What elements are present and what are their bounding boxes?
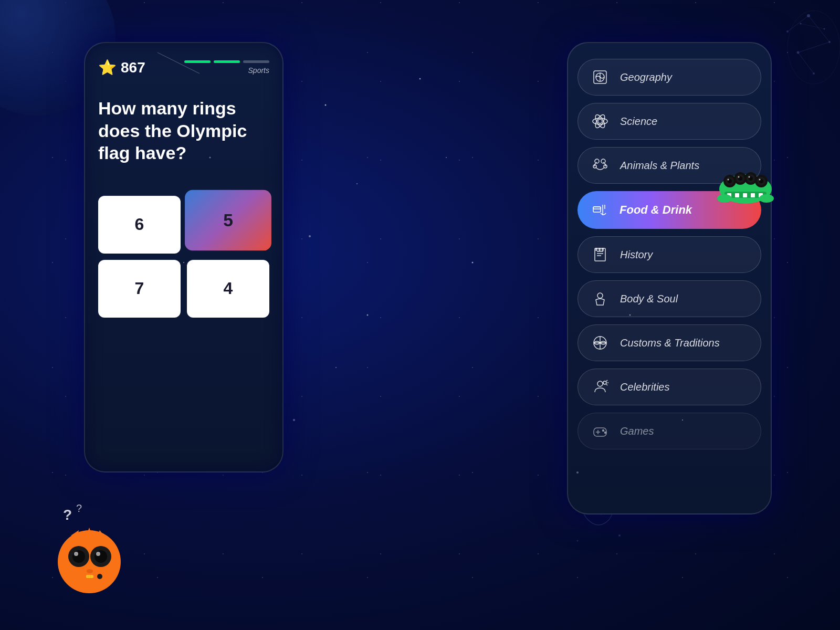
- progress-bar-3: [243, 60, 269, 63]
- sports-label: Sports: [248, 66, 269, 75]
- answer-5[interactable]: 5: [185, 190, 271, 250]
- svg-text:?: ?: [63, 507, 72, 523]
- progress-bars: [184, 60, 269, 63]
- svg-point-97: [96, 552, 100, 556]
- svg-line-7: [798, 52, 814, 74]
- body-label: Body & Soul: [620, 293, 678, 305]
- animals-icon: [590, 155, 611, 176]
- answer-4[interactable]: 4: [187, 260, 269, 318]
- right-phone: Geography Science Animals & Plants Food …: [567, 42, 772, 514]
- category-science[interactable]: Science: [578, 103, 761, 140]
- svg-point-55: [603, 430, 604, 432]
- phone-header: ⭐ 867 Sports: [98, 59, 269, 76]
- svg-rect-32: [593, 207, 601, 212]
- category-celebrities[interactable]: Celebrities: [578, 369, 761, 405]
- customs-label: Customs & Traditions: [620, 337, 720, 349]
- svg-point-17: [618, 534, 621, 537]
- score-container: ⭐ 867: [98, 59, 145, 76]
- category-history[interactable]: History: [578, 236, 761, 273]
- svg-point-69: [749, 176, 750, 178]
- category-games[interactable]: Games: [578, 413, 761, 449]
- progress-container: Sports: [184, 60, 269, 75]
- svg-point-96: [94, 550, 107, 563]
- games-icon: [590, 421, 611, 442]
- svg-point-81: [759, 194, 774, 203]
- svg-point-93: [72, 550, 85, 563]
- food-label: Food & Drink: [620, 203, 692, 217]
- celebrities-icon: [590, 376, 611, 397]
- svg-point-73: [759, 179, 761, 181]
- svg-point-65: [738, 176, 740, 178]
- svg-point-94: [74, 552, 78, 556]
- svg-line-49: [606, 380, 607, 381]
- food-icon: [589, 200, 610, 220]
- question-text: How many rings does the Olympic flag hav…: [98, 97, 269, 164]
- svg-point-61: [728, 179, 729, 181]
- svg-point-98: [87, 569, 93, 573]
- games-label: Games: [620, 425, 654, 437]
- svg-point-84: [58, 530, 121, 593]
- score-value: 867: [121, 59, 145, 76]
- body-icon: [590, 288, 611, 309]
- geography-label: Geography: [620, 71, 672, 83]
- answer-6[interactable]: 6: [98, 196, 181, 254]
- svg-rect-77: [743, 193, 747, 197]
- svg-point-80: [717, 194, 732, 203]
- celebrities-label: Celebrities: [620, 381, 669, 393]
- svg-point-43: [597, 293, 603, 298]
- svg-rect-78: [751, 193, 755, 197]
- left-phone: ⭐ 867 Sports How many rings does the Oly…: [84, 42, 284, 472]
- monster-character: [714, 163, 777, 205]
- history-label: History: [620, 249, 653, 261]
- svg-point-56: [605, 432, 606, 434]
- svg-line-51: [606, 384, 607, 385]
- svg-point-18: [577, 540, 579, 542]
- svg-line-6: [798, 42, 830, 52]
- category-list: Geography Science Animals & Plants Food …: [578, 54, 761, 449]
- customs-icon: [590, 332, 611, 353]
- answers-grid: 6 5 7 4: [98, 196, 269, 318]
- category-customs[interactable]: Customs & Traditions: [578, 324, 761, 361]
- svg-point-47: [597, 381, 603, 386]
- category-body[interactable]: Body & Soul: [578, 280, 761, 317]
- svg-text:?: ?: [76, 502, 82, 514]
- svg-rect-42: [602, 248, 603, 250]
- orange-character: ? ?: [32, 494, 136, 598]
- svg-rect-41: [599, 248, 600, 250]
- history-icon: [590, 244, 611, 265]
- svg-rect-76: [735, 193, 739, 197]
- svg-point-24: [598, 119, 602, 123]
- science-label: Science: [620, 116, 657, 128]
- svg-line-5: [808, 16, 830, 42]
- svg-rect-40: [596, 248, 597, 250]
- geography-icon: [590, 67, 611, 88]
- svg-rect-100: [86, 575, 93, 578]
- category-geography[interactable]: Geography: [578, 59, 761, 96]
- science-icon: [590, 111, 611, 132]
- svg-rect-33: [593, 207, 601, 209]
- star-icon: ⭐: [98, 59, 117, 76]
- progress-bar-2: [214, 60, 240, 63]
- svg-point-48: [603, 381, 606, 384]
- progress-bar-1: [184, 60, 211, 63]
- answer-7[interactable]: 7: [98, 260, 181, 318]
- svg-point-99: [97, 574, 102, 579]
- animals-label: Animals & Plants: [620, 160, 699, 172]
- svg-line-12: [801, 24, 824, 29]
